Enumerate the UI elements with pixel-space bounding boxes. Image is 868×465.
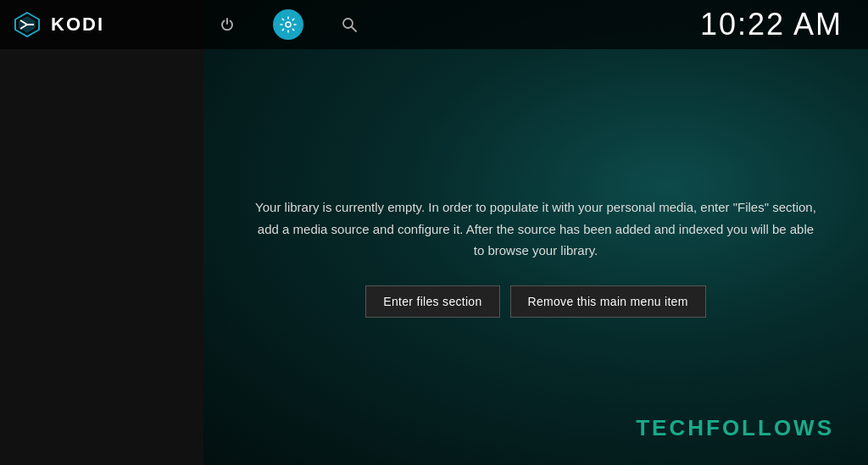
settings-icon	[280, 16, 297, 33]
kodi-logo-icon	[12, 9, 42, 40]
sidebar	[0, 0, 203, 465]
header: KODI 10:22 AM	[0, 0, 868, 49]
library-empty-message: Your library is currently empty. In orde…	[254, 197, 817, 262]
svg-point-6	[343, 19, 353, 28]
action-buttons-group: Enter files section Remove this main men…	[365, 285, 705, 318]
watermark: TECHFOLLOWS	[636, 415, 834, 441]
remove-main-menu-item-button[interactable]: Remove this main menu item	[510, 285, 706, 318]
svg-point-5	[286, 22, 291, 27]
enter-files-section-button[interactable]: Enter files section	[365, 285, 499, 318]
logo-area: KODI	[0, 9, 203, 40]
power-button[interactable]	[212, 9, 242, 40]
search-icon	[341, 16, 358, 33]
search-button[interactable]	[334, 9, 364, 40]
svg-line-7	[352, 27, 356, 31]
main-content-area: Your library is currently empty. In orde…	[203, 49, 868, 465]
settings-button[interactable]	[273, 9, 303, 40]
app-title: KODI	[51, 14, 104, 36]
power-icon	[219, 16, 236, 33]
clock: 10:22 AM	[700, 7, 843, 42]
